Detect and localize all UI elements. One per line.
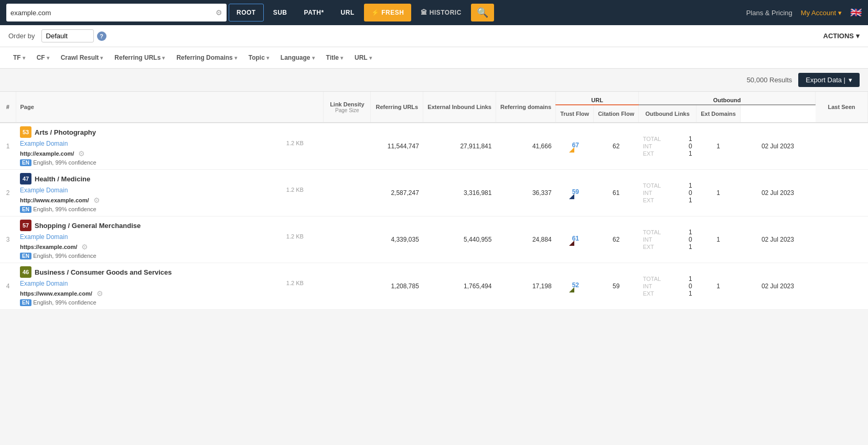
actions-button[interactable]: ACTIONS ▾ [823,32,860,40]
historic-button[interactable]: 🏛 HISTORIC [413,4,468,21]
top-navigation: ⚙ ROOT SUB PATH* URL ⚡ ⚡ FRESHFRESH 🏛 HI… [0,0,868,25]
chevron-down-icon: ▾ [23,55,25,61]
results-table: # Page Link Density Page Size Referring … [0,92,868,310]
my-account-menu[interactable]: My Account ▾ [801,9,842,17]
language-badge: EN [20,206,31,213]
root-button[interactable]: ROOT [229,4,264,21]
help-icon[interactable]: ? [97,31,106,41]
col-group-outbound: Outbound [639,92,816,105]
external-inbound-cell: 3,316,981 [423,170,496,216]
language-confidence: English, 99% confidence [33,159,96,166]
topic-name: Shopping / General Merchandise [35,222,141,230]
external-inbound-cell: 1,765,494 [423,263,496,310]
page-cell: 47 Health / Medicine Example Domain 1.2 … [16,170,324,216]
language-confidence: English, 99% confidence [33,299,96,306]
results-table-container: # Page Link Density Page Size Referring … [0,92,868,310]
col-page: Page [16,92,324,123]
outbound-ext-value: 1 [689,150,692,157]
lightning-icon: ⚡ [371,9,380,16]
col-referring-domains: Referring domains [496,92,555,123]
search-wrapper: ⚙ [6,4,227,21]
ext-domains-cell: 1 [696,123,741,170]
domain-name[interactable]: Example Domain [20,140,68,147]
citation-flow-cell: 61 [594,170,639,216]
referring-urls-cell: 4,339,035 [371,216,423,263]
domain-name[interactable]: Example Domain [20,187,68,194]
page-url[interactable]: https://example.com/ [20,244,77,250]
last-seen-cell: 02 Jul 2023 [740,170,815,216]
order-by-select[interactable]: Default [41,29,94,42]
link-density-cell [324,263,371,310]
search-input[interactable] [10,9,216,17]
topic-name: Arts / Photography [35,128,96,136]
outbound-links-cell: TOTAL 1 INT 0 EXT 1 [639,263,696,310]
language-badge: EN [20,253,31,259]
referring-domains-cell: 24,884 [496,216,555,263]
search-gear-icon[interactable]: ⚙ [216,8,222,17]
trust-flow-cell: 59 [556,170,594,216]
chevron-down-icon: ▾ [369,55,372,61]
outbound-links-cell: TOTAL 1 INT 0 EXT 1 [639,216,696,263]
filter-tab-tf[interactable]: TF ▾ [8,51,30,64]
language-flag[interactable]: 🇬🇧 [850,7,862,18]
referring-domains-cell: 36,337 [496,170,555,216]
results-bar: 50,000 Results Export Data | ▾ [0,69,868,92]
outbound-total-label: TOTAL [643,182,661,189]
search-button[interactable]: 🔍 [471,4,494,21]
external-inbound-cell: 5,440,955 [423,216,496,263]
link-density-cell [324,170,371,216]
filter-tab-referring-domains[interactable]: Referring Domains ▾ [172,51,241,64]
topic-badge: 53 [20,126,31,138]
settings-gear-icon[interactable]: ⚙ [93,196,100,204]
table-row: 3 57 Shopping / General Merchandise Exam… [0,216,868,263]
referring-domains-cell: 17,198 [496,263,555,310]
sub-button[interactable]: SUB [266,4,295,21]
domain-name[interactable]: Example Domain [20,233,68,241]
filter-tab-referring-urls[interactable]: Referring URLs ▾ [110,51,169,64]
domain-name[interactable]: Example Domain [20,280,68,287]
row-number: 4 [0,263,16,310]
fresh-button[interactable]: ⚡ ⚡ FRESHFRESH [364,4,412,21]
outbound-int-value: 0 [689,189,692,197]
url-button[interactable]: URL [334,4,362,21]
filter-tab-cf[interactable]: CF ▾ [32,51,54,64]
page-url[interactable]: http://www.example.com/ [20,197,89,203]
language-confidence: English, 99% confidence [33,253,96,259]
chevron-down-icon: ▾ [100,55,103,61]
outbound-total-value: 1 [689,275,692,283]
outbound-total-label: TOTAL [643,136,661,142]
filter-tab-url[interactable]: URL ▾ [350,51,377,64]
chevron-down-icon: ▾ [849,76,852,84]
table-row: 2 47 Health / Medicine Example Domain 1.… [0,170,868,216]
page-size: 1.2 KB [286,187,304,193]
path-button[interactable]: PATH* [297,4,331,21]
settings-gear-icon[interactable]: ⚙ [97,289,103,298]
plans-pricing-link[interactable]: Plans & Pricing [746,9,792,17]
table-row: 4 46 Business / Consumer Goods and Servi… [0,263,868,310]
ext-domains-cell: 1 [696,216,741,263]
filter-tab-title[interactable]: Title ▾ [322,51,348,64]
last-seen-cell: 02 Jul 2023 [740,123,815,170]
page-url[interactable]: http://example.com/ [20,150,74,157]
outbound-ext-value: 1 [689,197,692,204]
outbound-total-value: 1 [689,182,692,189]
settings-gear-icon[interactable]: ⚙ [78,149,85,158]
outbound-ext-value: 1 [689,243,692,251]
ext-domains-cell: 1 [696,170,741,216]
filter-tab-crawl-result[interactable]: Crawl Result ▾ [56,51,108,64]
export-data-button[interactable]: Export Data | ▾ [798,73,860,87]
filter-tab-language[interactable]: Language ▾ [276,51,319,64]
page-cell: 53 Arts / Photography Example Domain 1.2… [16,123,324,170]
language-badge: EN [20,299,31,306]
col-outbound-links: Outbound Links [639,105,696,123]
col-referring-urls: Referring URLs [371,92,423,123]
chevron-down-icon: ▾ [234,55,237,61]
referring-urls-cell: 1,208,785 [371,263,423,310]
page-url[interactable]: https://www.example.com/ [20,290,92,297]
building-icon: 🏛 [421,9,427,16]
language-confidence: English, 99% confidence [33,206,96,212]
filter-tab-topic[interactable]: Topic ▾ [244,51,274,64]
topic-badge: 57 [20,220,31,231]
language-badge: EN [20,159,31,166]
settings-gear-icon[interactable]: ⚙ [81,243,88,251]
